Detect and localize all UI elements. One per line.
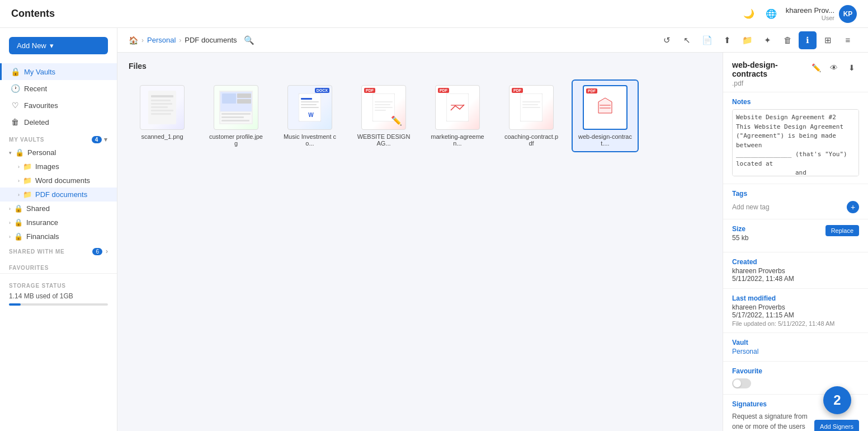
breadcrumb-current: PDF documents bbox=[185, 36, 237, 44]
vault-icon: 🔒 bbox=[14, 218, 23, 227]
size-label: Size bbox=[732, 225, 748, 233]
sidebar-item-deleted[interactable]: 🗑 Deleted bbox=[0, 114, 117, 130]
moon-icon[interactable]: 🌙 bbox=[741, 6, 757, 22]
sidebar-item-images[interactable]: › 📁 Images bbox=[0, 160, 117, 174]
file-item-scanned[interactable]: scanned_1.png bbox=[129, 79, 196, 152]
sidebar-item-recent[interactable]: 🕐 Recent bbox=[0, 80, 117, 97]
panel-header-icons: ✏️ 👁 ⬇ bbox=[809, 60, 859, 75]
file-name: marketing-agreemen... bbox=[430, 133, 485, 147]
my-vaults-section: MY VAULTS 4 ▾ bbox=[0, 130, 117, 146]
user-text: khareen Prov... User bbox=[786, 6, 834, 21]
svg-rect-4 bbox=[151, 106, 168, 108]
sidebar-item-my-vaults[interactable]: 🔒 My Vaults bbox=[0, 63, 117, 80]
file-item-web-design-contract[interactable]: PDF web-design-contract.... bbox=[572, 79, 639, 152]
info-view-button[interactable]: ℹ bbox=[799, 31, 817, 49]
more-options-button[interactable]: ≡ bbox=[839, 31, 857, 49]
move-button[interactable]: ✦ bbox=[758, 31, 776, 49]
created-by: khareen Proverbs bbox=[732, 267, 859, 275]
clock-icon: 🕐 bbox=[11, 84, 20, 93]
tags-row: Add new tag + bbox=[732, 201, 859, 213]
shared-with-me-section[interactable]: SHARED WITH ME 6 › bbox=[0, 243, 117, 259]
chevron-down-icon[interactable]: ▾ bbox=[104, 136, 108, 143]
file-thumbnail: PDF bbox=[435, 85, 480, 130]
vault-value[interactable]: Personal bbox=[732, 348, 859, 355]
file-item-coaching[interactable]: PDF coaching-contract.pdf bbox=[498, 79, 565, 152]
toolbar: 🏠 › Personal › PDF documents 🔍 ↺ ↖ 📄 ⬆ 📁… bbox=[117, 28, 868, 53]
search-button[interactable]: 🔍 bbox=[240, 31, 258, 49]
sidebar: Add New ▾ 🔒 My Vaults 🕐 Recent ♡ Favouri… bbox=[0, 28, 117, 431]
size-left: Size 55 kb bbox=[732, 225, 748, 242]
favourite-toggle[interactable] bbox=[732, 378, 751, 388]
delete-button[interactable]: 🗑 bbox=[779, 31, 796, 49]
grid-view-button[interactable]: ⊞ bbox=[819, 31, 837, 49]
storage-fill bbox=[9, 303, 21, 306]
svg-rect-2 bbox=[151, 100, 171, 101]
svg-rect-11 bbox=[237, 99, 251, 104]
file-item-marketing[interactable]: PDF marketing-agreemen... bbox=[424, 79, 491, 152]
refresh-button[interactable]: ↺ bbox=[658, 31, 676, 49]
upload-button[interactable]: ⬆ bbox=[718, 31, 736, 49]
vault-icon: 🔒 bbox=[15, 148, 24, 157]
user-role: User bbox=[786, 15, 834, 21]
sidebar-item-pdf-documents[interactable]: › 📁 PDF documents bbox=[0, 188, 117, 202]
created-section: Created khareen Proverbs 5/11/2022, 11:4… bbox=[723, 252, 868, 289]
folder-icon: 📁 bbox=[23, 162, 32, 171]
file-item-website-design[interactable]: PDF ✏️ WEBSITE DESIGN AG... bbox=[350, 79, 417, 152]
last-modified-by: khareen Proverbs bbox=[732, 303, 859, 311]
svg-rect-20 bbox=[301, 107, 319, 108]
tags-section: Tags Add new tag + bbox=[723, 184, 868, 219]
sidebar-item-shared[interactable]: › 🔒 Shared bbox=[0, 202, 117, 216]
vault-icon: 🔒 bbox=[11, 67, 20, 76]
preview-icon[interactable]: 👁 bbox=[827, 60, 841, 75]
last-modified-date: 5/17/2022, 11:15 AM bbox=[732, 311, 859, 319]
size-value: 55 kb bbox=[732, 234, 748, 242]
user-name: khareen Prov... bbox=[786, 6, 834, 15]
download-icon[interactable]: ⬇ bbox=[845, 60, 859, 75]
vault-label: Vault bbox=[732, 339, 859, 346]
upload-file-button[interactable]: 📄 bbox=[698, 31, 716, 49]
add-signers-button[interactable]: Add Signers bbox=[814, 420, 859, 431]
file-item-customer[interactable]: customer profile.jpeg bbox=[202, 79, 270, 152]
chevron-right-icon: › bbox=[9, 234, 11, 240]
files-grid: scanned_1.png bbox=[129, 79, 711, 152]
breadcrumb-personal[interactable]: Personal bbox=[147, 36, 176, 44]
avatar[interactable]: KP bbox=[839, 5, 857, 23]
panel-filename: web-design-contracts bbox=[732, 60, 809, 78]
add-new-button[interactable]: Add New ▾ bbox=[9, 37, 108, 54]
header: Contents 🌙 🌐 khareen Prov... User KP bbox=[0, 0, 868, 28]
edit-icon[interactable]: ✏️ bbox=[809, 60, 823, 75]
svg-rect-31 bbox=[522, 104, 538, 105]
sidebar-item-label: Deleted bbox=[24, 118, 49, 127]
sidebar-item-financials[interactable]: › 🔒 Financials bbox=[0, 229, 117, 243]
svg-rect-9 bbox=[222, 93, 236, 104]
size-row: Size 55 kb Replace bbox=[732, 225, 859, 242]
notes-textarea[interactable] bbox=[732, 109, 859, 176]
file-thumbnail bbox=[140, 85, 185, 130]
files-section-label: Files bbox=[129, 62, 711, 71]
svg-rect-15 bbox=[221, 120, 249, 121]
chevron-right-icon: › bbox=[18, 178, 20, 184]
header-right: 🌙 🌐 khareen Prov... User KP bbox=[741, 5, 857, 23]
svg-rect-23 bbox=[375, 101, 393, 102]
cursor-button[interactable]: ↖ bbox=[678, 31, 696, 49]
notes-title: Notes bbox=[732, 98, 859, 106]
replace-button[interactable]: Replace bbox=[825, 225, 859, 236]
panel-header: web-design-contracts .pdf ✏️ 👁 ⬇ bbox=[723, 53, 868, 92]
toolbar-actions: ↺ ↖ 📄 ⬆ 📁 ✦ 🗑 ℹ ⊞ ≡ bbox=[658, 31, 857, 49]
sidebar-item-personal[interactable]: ▾ 🔒 Personal bbox=[0, 146, 117, 160]
svg-rect-34 bbox=[600, 105, 611, 106]
chevron-right-icon: › bbox=[18, 192, 20, 198]
sidebar-item-word-documents[interactable]: › 📁 Word documents bbox=[0, 174, 117, 188]
svg-rect-18 bbox=[301, 101, 319, 102]
step-badge: 2 bbox=[823, 386, 851, 414]
sidebar-item-insurance[interactable]: › 🔒 Insurance bbox=[0, 216, 117, 229]
new-folder-button[interactable]: 📁 bbox=[738, 31, 756, 49]
file-item-music[interactable]: DOCX W Music Investment co... bbox=[276, 79, 343, 152]
sidebar-item-favourites[interactable]: ♡ Favourites bbox=[0, 97, 117, 114]
chevron-right-icon: › bbox=[106, 247, 108, 255]
add-tag-button[interactable]: + bbox=[847, 201, 859, 213]
globe-icon[interactable]: 🌐 bbox=[763, 6, 779, 22]
file-name: coaching-contract.pdf bbox=[503, 133, 559, 147]
home-icon[interactable]: 🏠 bbox=[129, 36, 138, 45]
file-updated-text: File updated on: 5/11/2022, 11:48 AM bbox=[732, 320, 859, 327]
